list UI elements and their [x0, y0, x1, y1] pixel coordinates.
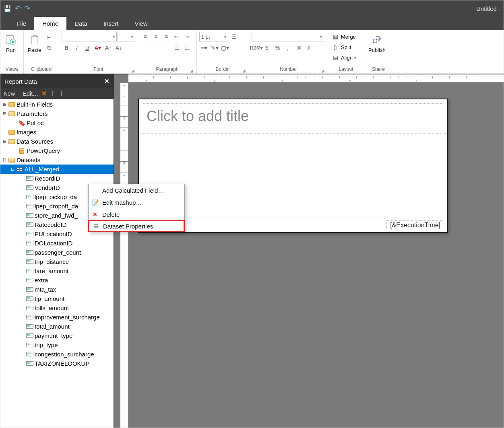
- new-button[interactable]: New: [4, 91, 15, 97]
- tree-node-field[interactable]: tolls_amount: [0, 303, 114, 313]
- cut-icon[interactable]: ✂: [44, 33, 54, 42]
- align-button[interactable]: ▤Align▾: [330, 53, 356, 62]
- title-placeholder[interactable]: Click to add title: [143, 103, 443, 129]
- tree-node-ds-powerquery[interactable]: PowerQuery: [0, 146, 114, 155]
- tab-file[interactable]: File: [8, 17, 34, 30]
- tab-view[interactable]: View: [126, 17, 155, 30]
- align-middle-icon[interactable]: ≡: [151, 32, 161, 41]
- tree-node-field[interactable]: payment_type: [0, 331, 114, 340]
- tree-node-field[interactable]: RecordID: [0, 174, 114, 183]
- undo-icon[interactable]: ↶: [15, 4, 21, 13]
- split-button[interactable]: ▯Split: [330, 42, 351, 52]
- dialog-launcher-icon[interactable]: ◢: [242, 68, 246, 73]
- redo-icon[interactable]: ↷: [24, 4, 30, 13]
- edit-button[interactable]: Edit…: [23, 91, 38, 97]
- placeholder-icon[interactable]: [123]▾: [252, 43, 261, 53]
- ribbon-tabs: File Home Data Insert View: [0, 16, 504, 30]
- tab-home[interactable]: Home: [34, 17, 66, 30]
- dialog-launcher-icon[interactable]: ◢: [321, 68, 324, 73]
- report-footer[interactable]: [&ExecutionTime]: [139, 218, 447, 232]
- tree-node-datasources[interactable]: ⊟ Data Sources: [0, 137, 114, 146]
- percent-icon[interactable]: %: [273, 43, 282, 53]
- align-top-icon[interactable]: ≡: [140, 32, 150, 41]
- tree-node-field[interactable]: tip_amount: [0, 294, 114, 303]
- tree-node-field[interactable]: trip_type: [0, 340, 114, 350]
- number-format-combo[interactable]: ▾: [252, 32, 324, 41]
- tree-node-builtins[interactable]: ⊞ Built-in Fields: [0, 100, 114, 109]
- borders-icon[interactable]: ▢▾: [220, 43, 230, 53]
- ctx-edit-mashup[interactable]: 📝 Edit mashup…: [89, 196, 184, 208]
- italic-button[interactable]: I: [72, 43, 82, 53]
- tree-node-field[interactable]: extra: [0, 276, 114, 285]
- decrease-decimal-icon[interactable]: .0: [304, 43, 314, 53]
- ctx-add-calculated-field[interactable]: Add Calculated Field…: [89, 184, 184, 196]
- tree-node-field[interactable]: congestion_surcharge: [0, 350, 114, 359]
- parameter-icon: 🔖: [18, 120, 25, 126]
- field-icon: [26, 231, 33, 237]
- border-width-combo[interactable]: 1 pt▾: [199, 32, 228, 41]
- tree-node-field[interactable]: total_amount: [0, 322, 114, 331]
- tree-node-images[interactable]: Images: [0, 128, 114, 137]
- grow-font-button[interactable]: A↑: [103, 43, 113, 53]
- tree-node-parameters[interactable]: ⊟ Parameters: [0, 109, 114, 118]
- execution-time-placeholder[interactable]: [&ExecutionTime]: [386, 220, 444, 230]
- dialog-launcher-icon[interactable]: ◢: [131, 68, 134, 73]
- merge-button[interactable]: ▦Merge: [330, 32, 356, 41]
- design-surface[interactable]: 12345 --- 1--- 2--- Click to add title […: [114, 74, 504, 428]
- align-left-icon[interactable]: ≡: [140, 43, 150, 53]
- tree-node-field[interactable]: passenger_count: [0, 248, 114, 257]
- bold-button[interactable]: B: [62, 43, 71, 53]
- tree-node-field[interactable]: fare_amount: [0, 266, 114, 276]
- collapse-icon[interactable]: ⊟: [2, 157, 7, 163]
- line-style-icon[interactable]: ━▾: [199, 43, 209, 53]
- numbering-icon[interactable]: ☷: [182, 43, 192, 53]
- close-icon[interactable]: ✕: [104, 78, 109, 85]
- copy-icon[interactable]: ⧉: [44, 43, 54, 53]
- group-label-views: Views: [3, 66, 21, 74]
- border-style-icon[interactable]: ☰: [229, 32, 239, 41]
- font-color-button[interactable]: A▾: [93, 43, 103, 53]
- align-center-icon[interactable]: ≡: [151, 43, 161, 53]
- underline-button[interactable]: U: [83, 43, 92, 53]
- move-up-icon[interactable]: 🠕: [50, 91, 56, 97]
- delete-icon[interactable]: ✕: [41, 90, 47, 97]
- tree-node-field[interactable]: DOLocationID: [0, 239, 114, 248]
- ctx-dataset-properties[interactable]: ☰ Dataset Properties: [88, 220, 185, 232]
- field-icon: [26, 194, 33, 200]
- tree-node-datasets[interactable]: ⊟ Datasets: [0, 155, 114, 165]
- tree-node-field[interactable]: trip_distance: [0, 257, 114, 266]
- thousands-icon[interactable]: ,: [283, 43, 293, 53]
- border-color-icon[interactable]: ✎▾: [210, 43, 219, 53]
- collapse-icon[interactable]: ⊟: [10, 167, 15, 172]
- align-right-icon[interactable]: ≡: [161, 43, 171, 53]
- save-icon[interactable]: 💾: [4, 5, 12, 12]
- font-size-combo[interactable]: ▾: [118, 32, 135, 41]
- tree-node-dataset-allmerged[interactable]: ⊟ ALL_Merged: [0, 165, 114, 174]
- tree-node-field[interactable]: improvement_surcharge: [0, 313, 114, 322]
- increase-decimal-icon[interactable]: .00: [293, 43, 303, 53]
- collapse-icon[interactable]: ⊟: [2, 139, 7, 144]
- shrink-font-button[interactable]: A↓: [114, 43, 124, 53]
- run-label: Run: [6, 47, 16, 53]
- report-body[interactable]: [140, 133, 446, 218]
- run-button[interactable]: Run: [3, 32, 19, 55]
- bullets-icon[interactable]: ☰: [172, 43, 182, 53]
- paste-button[interactable]: Paste: [26, 32, 43, 55]
- tree-node-field[interactable]: TAXIZONELOOKUP: [0, 359, 114, 368]
- dialog-launcher-icon[interactable]: ◢: [190, 68, 193, 73]
- report-data-tree[interactable]: ⊞ Built-in Fields ⊟ Parameters 🔖 PuLoc I…: [0, 99, 114, 428]
- tab-data[interactable]: Data: [66, 17, 95, 30]
- currency-icon[interactable]: $: [262, 43, 272, 53]
- expand-icon[interactable]: ⊞: [2, 102, 7, 107]
- tab-insert[interactable]: Insert: [95, 17, 127, 30]
- publish-button[interactable]: Publish: [367, 32, 387, 55]
- font-family-combo[interactable]: ▾: [62, 32, 117, 41]
- collapse-icon[interactable]: ⊟: [2, 111, 7, 116]
- decrease-indent-icon[interactable]: ⇤: [172, 32, 182, 41]
- tree-node-param-puloc[interactable]: 🔖 PuLoc: [0, 118, 114, 128]
- ctx-delete[interactable]: ✕ Delete: [89, 208, 184, 220]
- increase-indent-icon[interactable]: ⇥: [182, 32, 192, 41]
- align-bottom-icon[interactable]: ≡: [161, 32, 171, 41]
- tree-node-field[interactable]: mta_tax: [0, 285, 114, 294]
- move-down-icon[interactable]: 🠗: [59, 91, 64, 97]
